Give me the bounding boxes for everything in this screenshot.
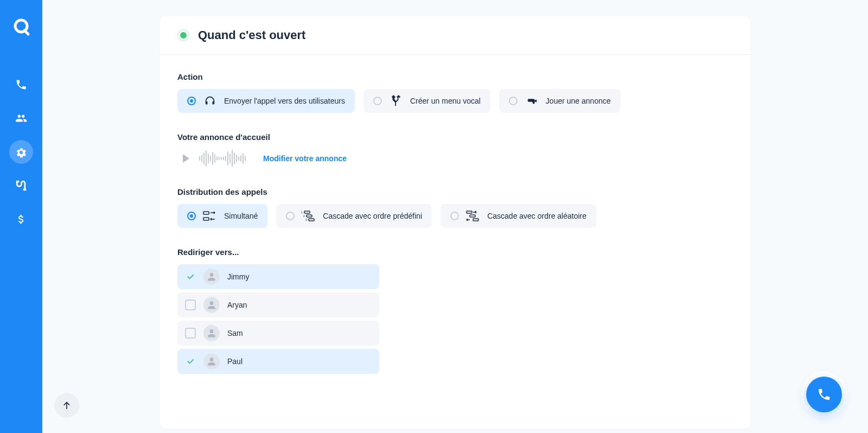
radio-indicator [373, 97, 382, 105]
checkbox [185, 271, 196, 282]
action-options: Envoyer l'appel vers des utilisateurs Cr… [177, 89, 733, 113]
scroll-top-button[interactable] [54, 393, 79, 418]
check-icon [186, 357, 195, 366]
svg-text:2: 2 [303, 214, 305, 218]
user-row[interactable]: Paul [177, 349, 379, 374]
section-announcement: Votre annonce d'accueil Modifier votre a… [177, 132, 733, 168]
checkbox [185, 328, 196, 339]
svg-rect-13 [473, 219, 478, 221]
avatar [203, 297, 220, 313]
arrow-up-icon [61, 400, 72, 411]
sidebar [0, 0, 42, 433]
checkbox [185, 300, 196, 310]
avatar [203, 269, 220, 285]
branch-icon [388, 95, 404, 107]
user-name: Jimmy [227, 272, 249, 281]
svg-rect-7 [309, 219, 314, 221]
status-open-indicator [177, 29, 189, 41]
users-icon [15, 112, 27, 124]
edit-announcement-link[interactable]: Modifier votre annonce [263, 154, 347, 163]
distribution-options: Simultané 123 Cascade avec ordre prédéfi… [177, 204, 733, 228]
avatar [203, 353, 220, 370]
redirect-label: Rediriger vers... [177, 247, 733, 257]
user-row[interactable]: Aryan [177, 292, 379, 317]
svg-rect-5 [304, 211, 310, 213]
gear-icon [15, 146, 27, 158]
option-label: Cascade avec ordre prédéfini [323, 212, 422, 220]
action-option-voice-menu[interactable]: Créer un menu vocal [363, 89, 490, 113]
user-row[interactable]: Jimmy [177, 264, 379, 289]
section-redirect: Rediriger vers... Jimmy Aryan Sam Paul [177, 247, 733, 374]
svg-rect-1 [16, 181, 19, 183]
person-icon [206, 328, 217, 339]
nav-settings[interactable] [9, 140, 33, 164]
distribution-option-random-cascade[interactable]: Cascade avec ordre aléatoire [441, 204, 596, 228]
option-label: Cascade avec ordre aléatoire [487, 212, 586, 220]
user-name: Aryan [227, 301, 247, 309]
logo-icon [12, 18, 30, 36]
svg-rect-3 [203, 212, 209, 214]
radio-indicator [187, 97, 196, 105]
action-option-announcement[interactable]: Jouer une annonce [499, 89, 621, 113]
nav-calls[interactable] [9, 73, 33, 97]
dial-fab[interactable] [806, 377, 842, 412]
distribution-option-simultaneous[interactable]: Simultané [177, 204, 267, 228]
ordered-cascade-icon: 123 [301, 210, 316, 222]
nav-billing[interactable] [9, 207, 33, 231]
svg-rect-6 [307, 215, 312, 217]
check-icon [186, 272, 195, 281]
svg-rect-2 [23, 189, 26, 191]
user-name: Paul [227, 357, 242, 366]
svg-text:1: 1 [301, 211, 303, 214]
svg-text:3: 3 [305, 218, 307, 221]
card-title: Quand c'est ouvert [198, 28, 305, 42]
checkbox [185, 356, 196, 367]
app-logo [9, 15, 33, 39]
parallel-icon [202, 210, 218, 222]
user-list: Jimmy Aryan Sam Paul [177, 264, 733, 374]
distribution-label: Distribution des appels [177, 187, 733, 196]
card-body: Action Envoyer l'appel vers des utilisat… [160, 55, 750, 404]
section-action: Action Envoyer l'appel vers des utilisat… [177, 72, 733, 113]
announcement-player: Modifier votre annonce [177, 149, 733, 168]
section-distribution: Distribution des appels Simultané 123 [177, 187, 733, 228]
distribution-option-ordered-cascade[interactable]: 123 Cascade avec ordre prédéfini [276, 204, 432, 228]
person-icon [206, 271, 217, 282]
play-button[interactable] [183, 154, 189, 163]
settings-card: Quand c'est ouvert Action Envoyer l'appe… [160, 16, 750, 429]
announcement-label: Votre annonce d'accueil [177, 132, 733, 142]
waveform-icon [199, 149, 246, 168]
radio-indicator [187, 212, 196, 220]
radio-indicator [450, 212, 459, 220]
user-name: Sam [227, 329, 243, 338]
action-option-send-to-users[interactable]: Envoyer l'appel vers des utilisateurs [177, 89, 355, 113]
cable-icon [15, 180, 27, 192]
nav-users[interactable] [9, 106, 33, 130]
svg-rect-12 [470, 215, 475, 217]
headset-icon [202, 95, 218, 107]
person-icon [206, 356, 217, 367]
option-label: Envoyer l'appel vers des utilisateurs [224, 97, 345, 105]
option-label: Créer un menu vocal [410, 97, 481, 105]
option-label: Simultané [224, 212, 258, 220]
user-row[interactable]: Sam [177, 321, 379, 346]
dollar-icon [15, 213, 27, 225]
card-header: Quand c'est ouvert [160, 16, 750, 55]
phone-icon [15, 79, 27, 91]
megaphone-icon [524, 95, 539, 107]
action-label: Action [177, 72, 733, 81]
random-cascade-icon [465, 210, 481, 222]
radio-indicator [509, 97, 518, 105]
person-icon [206, 300, 217, 310]
nav-items [9, 73, 33, 231]
svg-rect-4 [203, 218, 209, 220]
phone-icon [817, 387, 831, 402]
nav-routing[interactable] [9, 174, 33, 198]
avatar [203, 325, 220, 341]
option-label: Jouer une annonce [546, 97, 611, 105]
main-content: Quand c'est ouvert Action Envoyer l'appe… [42, 0, 868, 429]
svg-rect-11 [467, 211, 472, 213]
radio-indicator [286, 212, 295, 220]
